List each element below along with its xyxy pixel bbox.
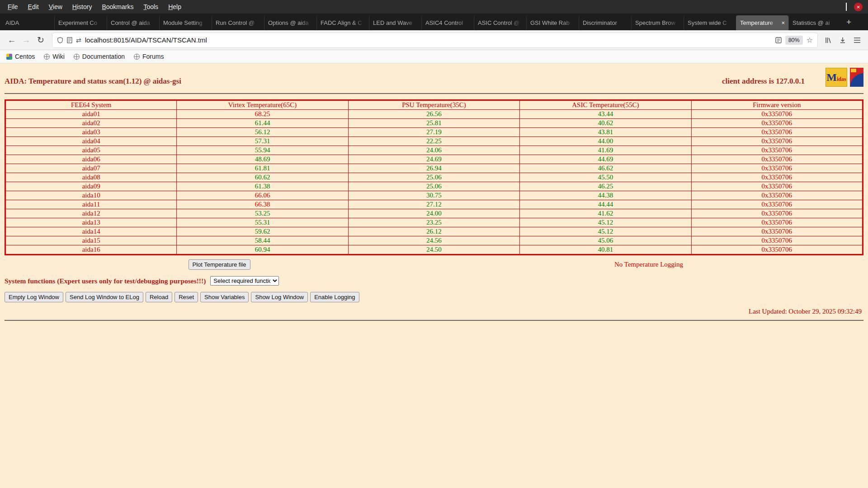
menu-item[interactable]: File [3, 1, 23, 13]
table-row: aida12 53.25 24.00 41.62 0x3350706 [5, 209, 863, 218]
asic-temperature: 44.44 [520, 200, 691, 209]
browser-tab[interactable]: FADC Align & C [316, 15, 369, 30]
hamburger-menu-icon[interactable] [854, 37, 861, 43]
browser-tab[interactable]: Statistics @ ai [788, 15, 841, 30]
tracking-protection-shield-icon[interactable] [57, 37, 63, 44]
action-buttons-row: Empty Log Window Send Log Window to ELog… [5, 292, 863, 302]
system-action-button[interactable]: Reset [175, 292, 198, 302]
temperature-logging-status: No Temperature Logging [434, 261, 863, 268]
table-row: aida02 61.44 25.81 40.62 0x3350706 [5, 119, 863, 128]
system-action-button[interactable]: Show Variables [200, 292, 249, 302]
browser-tab[interactable]: ASIC Control @ [474, 15, 526, 30]
firmware-version: 0x3350706 [691, 191, 863, 200]
browser-tab[interactable]: System wide C [684, 15, 736, 30]
bookmark-favicon [74, 54, 80, 60]
psu-temperature: 30.75 [348, 191, 519, 200]
virtex-temperature: 59.62 [177, 227, 348, 236]
browser-tab[interactable]: Control @ aida [107, 15, 159, 30]
system-function-select[interactable]: Select required function [210, 276, 279, 286]
browser-tab[interactable]: ASIC4 Control [421, 15, 474, 30]
navigation-toolbar: ← → ↻ ⇄ localhost:8015/AIDA/TSCAN/TSCAN.… [0, 30, 868, 50]
system-action-button[interactable]: Show Log Window [251, 292, 308, 302]
asic-temperature: 44.38 [520, 191, 691, 200]
system-action-button[interactable]: Enable Logging [310, 292, 359, 302]
browser-tab[interactable]: Spectrum Brow [631, 15, 684, 30]
fee64-system-name: aida11 [5, 200, 177, 209]
browser-tab[interactable]: Discriminator [579, 15, 631, 30]
new-tab-button[interactable]: + [841, 17, 857, 27]
bookmark-favicon [134, 54, 140, 60]
fee64-system-name: aida01 [5, 110, 177, 119]
bookmark-star-icon[interactable]: ☆ [807, 36, 813, 44]
page-info-icon[interactable] [67, 37, 72, 43]
url-bar[interactable]: ⇄ localhost:8015/AIDA/TSCAN/TSCAN.tml 80… [52, 33, 817, 47]
virtex-temperature: 61.81 [177, 164, 348, 173]
page-content: Midas AIDA: Temperature and status scan(… [0, 63, 868, 488]
menu-item[interactable]: Help [163, 1, 186, 13]
reader-mode-icon[interactable] [775, 37, 782, 43]
table-header-row: FEE64 System Virtex Temperature(65C) PSU… [5, 100, 863, 110]
bookmark-item[interactable]: Documentation [74, 53, 125, 60]
zoom-level-button[interactable]: 80% [785, 36, 803, 45]
system-action-button[interactable]: Empty Log Window [5, 292, 63, 302]
url-input[interactable]: localhost:8015/AIDA/TSCAN/TSCAN.tml [85, 36, 207, 44]
browser-tab[interactable]: GSI White Rab [526, 15, 579, 30]
fee64-system-name: aida16 [5, 245, 177, 255]
virtex-temperature: 68.25 [177, 110, 348, 119]
browser-tab[interactable]: Options @ aida [264, 15, 316, 30]
menu-item[interactable]: View [44, 1, 67, 13]
tab-label: Control @ aida [111, 19, 156, 26]
page-title: AIDA: Temperature and status scan(1.12) … [5, 77, 722, 86]
midas-logo-text: Midas [826, 72, 846, 83]
bookmark-favicon [6, 54, 12, 60]
browser-tab[interactable]: Experiment Co [54, 15, 107, 30]
maximize-icon[interactable] [846, 3, 847, 10]
forward-icon[interactable]: → [19, 35, 33, 45]
fee64-system-name: aida15 [5, 236, 177, 245]
system-action-button[interactable]: Send Log Window to ELog [66, 292, 143, 302]
table-row: aida06 48.69 24.69 44.69 0x3350706 [5, 155, 863, 164]
library-icon[interactable] [825, 37, 832, 44]
fee64-system-name: aida07 [5, 164, 177, 173]
asic-temperature: 45.50 [520, 173, 691, 182]
close-icon[interactable]: × [854, 3, 863, 11]
menu-item[interactable]: Edit [23, 1, 44, 13]
bookmarks-toolbar: Centos Wiki Documentation Forums [0, 50, 868, 63]
fee64-system-name: aida03 [5, 128, 177, 137]
browser-tab[interactable]: AIDA [2, 15, 54, 30]
midas-logo: Midas [826, 68, 847, 87]
firmware-version: 0x3350706 [691, 146, 863, 155]
psu-temperature: 24.50 [348, 245, 519, 255]
back-icon[interactable]: ← [5, 35, 19, 45]
menu-item[interactable]: Tools [138, 1, 163, 13]
system-functions-label: System functions (Expert users only for … [5, 277, 206, 285]
psu-temperature: 22.25 [348, 137, 519, 146]
tab-label: Module Setting [163, 19, 208, 26]
tab-label: System wide C [688, 19, 732, 26]
asic-temperature: 46.25 [520, 182, 691, 191]
fee64-system-name: aida10 [5, 191, 177, 200]
temperature-table: FEE64 System Virtex Temperature(65C) PSU… [5, 99, 863, 255]
table-row: aida16 60.94 24.50 40.81 0x3350706 [5, 245, 863, 255]
browser-tab[interactable]: Run Control @ [212, 15, 264, 30]
bookmark-item[interactable]: Wiki [44, 53, 64, 60]
bookmark-item[interactable]: Centos [6, 53, 35, 60]
browser-tab[interactable]: Temperature [736, 15, 788, 30]
permissions-icon[interactable]: ⇄ [76, 37, 81, 44]
table-row: aida15 58.44 24.56 45.06 0x3350706 [5, 236, 863, 245]
system-action-button[interactable]: Reload [146, 292, 172, 302]
tab-close-icon[interactable] [779, 19, 785, 26]
menu-item[interactable]: History [67, 1, 97, 13]
tab-label: Spectrum Brow [635, 19, 680, 26]
browser-tab[interactable]: LED and Wave [369, 15, 421, 30]
tab-label: ASIC4 Control [425, 19, 470, 26]
browser-tab[interactable]: Module Setting [159, 15, 212, 30]
tab-label: Experiment Co [58, 19, 103, 26]
plot-row: Plot Temperature file No Temperature Log… [5, 259, 863, 270]
downloads-icon[interactable] [839, 37, 846, 44]
bookmark-item[interactable]: Forums [134, 53, 164, 60]
reload-icon[interactable]: ↻ [33, 35, 48, 45]
plot-temperature-file-button[interactable]: Plot Temperature file [189, 259, 250, 270]
menu-item[interactable]: Bookmarks [97, 1, 138, 13]
fee64-system-name: aida05 [5, 146, 177, 155]
